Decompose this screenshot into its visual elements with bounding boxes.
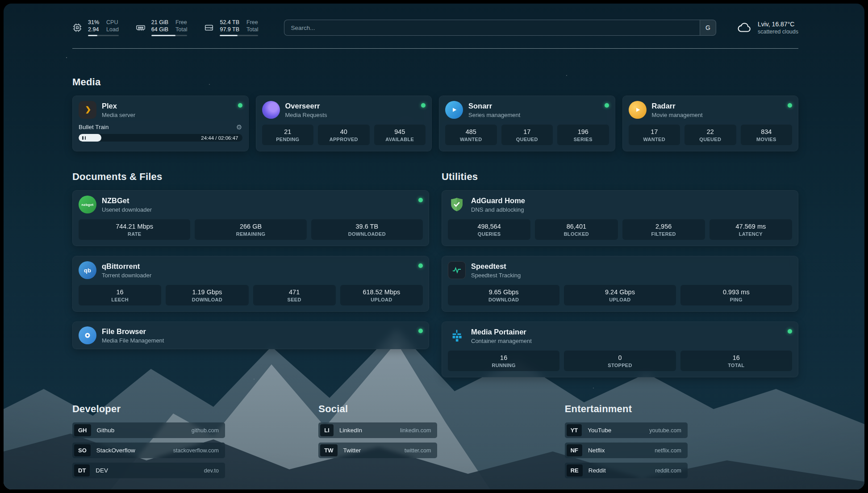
- bookmark-group-social: Social LI LinkedIn linkedin.com TW Twitt…: [318, 403, 552, 478]
- bookmark-name: Netflix: [588, 447, 605, 454]
- service-name: AdGuard Home: [471, 196, 792, 205]
- service-subtitle: Speedtest Tracking: [471, 272, 792, 279]
- disk-progress-bar: [220, 35, 258, 36]
- cpu-percent: 31%: [88, 19, 99, 25]
- stat-latency: 47.569 msLATENCY: [709, 219, 792, 240]
- service-card-overseerr[interactable]: Overseerr Media Requests 21PENDING 40APP…: [256, 96, 432, 151]
- service-name: Sonarr: [468, 102, 599, 110]
- cpu-load-value: 2.94: [88, 26, 99, 33]
- service-card-sonarr[interactable]: Sonarr Series management 485WANTED 17QUE…: [439, 96, 615, 151]
- memory-progress-bar: [151, 35, 188, 36]
- portainer-icon: [448, 327, 466, 345]
- stat-remaining: 266 GBREMAINING: [195, 219, 306, 240]
- disk-free-label: Free: [246, 19, 258, 25]
- bookmark-url: dev.to: [172, 468, 223, 474]
- status-dot: [418, 263, 423, 268]
- stat-running: 16RUNNING: [448, 351, 559, 371]
- service-card-filebrowser[interactable]: File Browser Media File Management: [72, 322, 429, 349]
- header-divider: [72, 48, 798, 49]
- cpu-progress-bar: [88, 35, 119, 36]
- service-subtitle: Container management: [471, 338, 782, 344]
- search-bar[interactable]: G: [284, 20, 716, 36]
- service-card-plex[interactable]: Plex Media server Bullet Train ⚙: [72, 96, 249, 151]
- weather-widget: Lviv, 16.87°C scattered clouds: [737, 20, 798, 35]
- stat-series: 196SERIES: [557, 125, 609, 145]
- dashboard-screen: 31% CPU 2.94 Load 21 GiB: [4, 4, 864, 489]
- bookmark-name: Reddit: [588, 467, 606, 474]
- bookmark-netflix[interactable]: NF Netflix netflix.com: [565, 443, 688, 458]
- radarr-icon: [629, 101, 647, 119]
- service-card-radarr[interactable]: Radarr Movie management 17WANTED 22QUEUE…: [622, 96, 799, 151]
- service-name: NZBGet: [102, 196, 413, 205]
- service-card-nzbget[interactable]: nzbget NZBGet Usenet downloader 744.21 M…: [72, 190, 429, 246]
- service-card-speedtest[interactable]: Speedtest Speedtest Tracking 9.65 GbpsDO…: [442, 256, 798, 312]
- memory-free-value: 21 GiB: [151, 19, 168, 25]
- stat-wanted: 17WANTED: [629, 125, 680, 145]
- now-playing: Bullet Train ⚙ 24:44 / 02:06:47: [79, 124, 242, 142]
- now-playing-title: Bullet Train: [79, 124, 109, 130]
- disk-free-value: 52.4 TB: [220, 19, 239, 25]
- playback-progress-bar[interactable]: 24:44 / 02:06:47: [79, 134, 242, 142]
- section-title-social: Social: [318, 403, 552, 415]
- bookmark-github[interactable]: GH Github github.com: [72, 422, 225, 438]
- bookmark-abbr: TW: [320, 444, 337, 456]
- bookmark-url: stackoverflow.com: [141, 447, 223, 454]
- stat-filtered: 2,956FILTERED: [622, 219, 705, 240]
- bookmark-url: twitter.com: [372, 447, 436, 454]
- stat-downloaded: 39.6 TBDOWNLOADED: [311, 219, 423, 240]
- section-title-media: Media: [72, 76, 798, 88]
- bookmark-group-entertainment: Entertainment YT YouTube youtube.com NF …: [565, 403, 798, 478]
- cpu-label: CPU: [106, 19, 119, 25]
- service-name: Overseerr: [285, 102, 416, 110]
- search-input[interactable]: [284, 20, 700, 35]
- bookmark-name: Github: [97, 427, 115, 434]
- nzbget-icon: nzbget: [79, 196, 96, 213]
- search-provider-button[interactable]: G: [700, 20, 716, 35]
- bookmark-url: linkedin.com: [368, 427, 435, 434]
- qbittorrent-icon: qb: [79, 261, 96, 279]
- service-card-portainer[interactable]: Media Portainer Container management 16R…: [442, 322, 798, 377]
- service-name: Media Portainer: [471, 328, 782, 336]
- stat-download: 9.65 GbpsDOWNLOAD: [448, 285, 559, 305]
- bookmark-youtube[interactable]: YT YouTube youtube.com: [565, 422, 688, 438]
- filebrowser-icon: [79, 326, 96, 344]
- stat-queued: 17QUEUED: [501, 125, 553, 145]
- service-card-qbittorrent[interactable]: qb qBittorrent Torrent downloader 16LEEC…: [72, 256, 429, 312]
- top-bar: 31% CPU 2.94 Load 21 GiB: [72, 15, 798, 40]
- overseerr-icon: [262, 101, 280, 119]
- service-card-adguard[interactable]: AdGuard Home DNS and adblocking 498,564Q…: [442, 190, 798, 246]
- service-name: File Browser: [102, 327, 413, 336]
- speedtest-icon: [448, 261, 466, 279]
- bookmark-twitter[interactable]: TW Twitter twitter.com: [318, 443, 437, 458]
- bookmark-dev[interactable]: DT DEV dev.to: [72, 463, 225, 478]
- memory-widget: 21 GiB Free 64 GiB Total: [136, 19, 188, 37]
- bookmark-abbr: DT: [74, 464, 90, 476]
- gear-icon[interactable]: ⚙: [236, 124, 242, 130]
- cpu-widget: 31% CPU 2.94 Load: [72, 19, 119, 37]
- bookmark-stackoverflow[interactable]: SO StackOverflow stackoverflow.com: [72, 443, 225, 458]
- stat-approved: 40APPROVED: [318, 125, 370, 145]
- stat-total: 16TOTAL: [680, 351, 792, 371]
- service-name: qBittorrent: [102, 262, 413, 271]
- bookmark-reddit[interactable]: RE Reddit reddit.com: [565, 463, 688, 478]
- bookmark-abbr: YT: [567, 424, 582, 436]
- bookmark-abbr: LI: [320, 424, 334, 436]
- section-title-entertainment: Entertainment: [565, 403, 798, 415]
- service-subtitle: Usenet downloader: [102, 206, 413, 213]
- bookmark-name: DEV: [96, 467, 108, 474]
- status-dot: [605, 103, 609, 108]
- stat-stopped: 0STOPPED: [564, 351, 676, 371]
- bookmark-linkedin[interactable]: LI LinkedIn linkedin.com: [318, 422, 437, 438]
- bookmark-abbr: RE: [567, 464, 583, 476]
- bookmark-name: YouTube: [588, 427, 611, 434]
- disk-total-label: Total: [246, 26, 258, 33]
- stat-seed: 471SEED: [253, 285, 336, 305]
- bookmark-name: LinkedIn: [339, 427, 362, 434]
- cpu-load-label: Load: [106, 26, 119, 33]
- playback-time: 24:44 / 02:06:47: [201, 135, 238, 141]
- service-subtitle: Media Requests: [285, 112, 416, 118]
- bookmark-abbr: NF: [567, 444, 582, 456]
- cloud-icon: [737, 20, 752, 35]
- pause-icon[interactable]: [82, 136, 86, 140]
- bookmark-name: Twitter: [343, 447, 361, 454]
